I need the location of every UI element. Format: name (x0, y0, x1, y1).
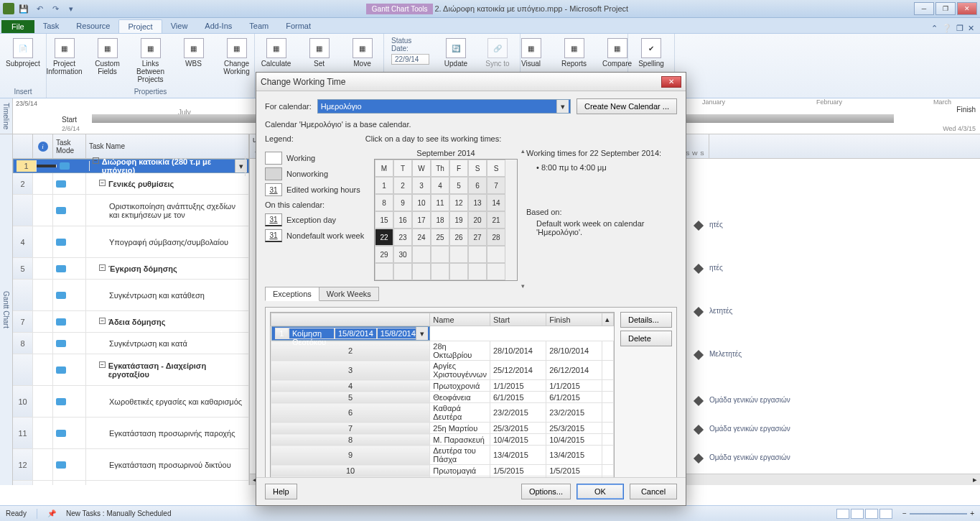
collapse-icon[interactable]: − (99, 180, 106, 186)
calendar-day[interactable] (468, 263, 487, 280)
calendar-day[interactable]: 3 (412, 177, 431, 194)
table-row[interactable]: 10Πρωτομαγιά1/5/20151/5/2015 (271, 465, 614, 476)
calendar-day[interactable]: 30 (393, 246, 412, 263)
calendar-day[interactable] (487, 246, 505, 263)
calendar-day[interactable]: 21 (487, 211, 505, 229)
close-button[interactable]: ✕ (957, 2, 977, 15)
minimize-button[interactable]: ─ (914, 2, 934, 15)
calendar-day[interactable]: 29 (375, 246, 393, 263)
table-row[interactable]: 8Μ. Παρασκευή10/4/201510/4/2015 (271, 434, 614, 446)
calendar-day[interactable]: 12 (449, 194, 468, 211)
gantt-chart-tab[interactable]: Gantt Chart (0, 134, 13, 485)
file-tab[interactable]: File (1, 20, 34, 33)
close-doc-icon[interactable]: ✕ (968, 24, 974, 33)
status-newtasks[interactable]: New Tasks : Manually Scheduled (66, 510, 172, 517)
calendar-day[interactable] (431, 263, 449, 280)
subproject-button[interactable]: 📄Subproject (4, 35, 42, 68)
calendar-day[interactable] (449, 246, 468, 263)
calendar-select[interactable]: Ημερολόγιο (317, 99, 571, 114)
qat-dropdown-icon[interactable]: ▾ (65, 2, 78, 15)
calendar-day[interactable]: 9 (393, 194, 412, 211)
tab-work-weeks[interactable]: Work Weeks (319, 287, 379, 301)
table-row[interactable]: Συγκέντρωση και κατάθεση (13, 280, 249, 311)
help-icon[interactable]: ❔ (942, 24, 952, 33)
status-date-box[interactable]: Status Date: 22/9/14 (388, 35, 432, 66)
calendar-day[interactable] (375, 263, 393, 280)
calendar-day[interactable] (393, 263, 412, 280)
zoom-slider[interactable]: −+ (902, 510, 974, 517)
calendar-day[interactable]: 17 (412, 211, 431, 229)
calendar-day[interactable]: 22 (375, 229, 393, 246)
calendar-day[interactable] (412, 263, 431, 280)
table-row[interactable]: 5−Έγκριση δόμησης (13, 258, 249, 280)
dialog-titlebar[interactable]: Change Working Time ✕ (256, 73, 686, 91)
tab-view[interactable]: View (162, 19, 197, 33)
collapse-icon[interactable]: − (93, 157, 99, 164)
table-row[interactable]: 6Καθαρά Δευτέρα23/2/201523/2/2015 (271, 403, 614, 423)
table-row[interactable]: 12Εγκατάσταση προσωρινού δικτύου (13, 449, 249, 481)
calendar-day[interactable]: 7 (487, 177, 505, 194)
calendar-day[interactable]: 28 (487, 229, 505, 246)
calendar-day[interactable]: 19 (449, 211, 468, 229)
table-row[interactable]: 3Αργίες Χριστουγέννων25/12/201426/12/201… (271, 361, 614, 380)
help-button[interactable]: Help (265, 484, 297, 499)
maximize-button[interactable]: ❐ (935, 2, 956, 15)
table-row[interactable]: 2−Γενικές ρυθμίσεις (13, 173, 249, 195)
calendar-day[interactable]: 1 (375, 177, 393, 194)
calendar-day[interactable]: 24 (412, 229, 431, 246)
calendar-day[interactable]: 4 (431, 177, 449, 194)
table-row[interactable]: 4Πρωτοχρονιά1/1/20151/1/2015 (271, 380, 614, 392)
change-working-button[interactable]: ▦ChangeWorking (218, 35, 256, 75)
table-row[interactable]: 8Συγκέντρωση και κατά (13, 333, 249, 354)
table-row[interactable]: 725η Μαρτίου25/3/201525/3/2015 (271, 423, 614, 434)
exceptions-table[interactable]: Name Start Finish ▴ 1Κοίμηση Θεοτόκου15/… (270, 312, 615, 477)
save-icon[interactable]: 💾 (17, 2, 30, 15)
calendar-day[interactable]: 23 (393, 229, 412, 246)
calendar-day[interactable]: 15 (375, 211, 393, 229)
project-information-button[interactable]: ▦ProjectInformation (46, 35, 83, 75)
calendar-day[interactable] (487, 263, 505, 280)
table-row[interactable]: 1Κοίμηση Θεοτόκου15/8/201415/8/2014 (271, 326, 430, 341)
reports-button[interactable]: ▦Reports (556, 35, 593, 68)
table-row[interactable]: 4Υπογραφή σύμβασης/συμβολαίου (13, 226, 249, 258)
table-row[interactable]: 9Δευτέρα του Πάσχα13/4/201513/4/2015 (271, 446, 614, 465)
calendar-day[interactable] (449, 263, 468, 280)
restore-window-icon[interactable]: ❐ (956, 24, 963, 33)
wbs-button[interactable]: ▦WBS (175, 35, 213, 68)
redo-icon[interactable]: ↷ (49, 2, 62, 15)
dialog-close-button[interactable]: ✕ (661, 76, 681, 88)
calendar-day[interactable]: 2 (393, 177, 412, 194)
collapse-icon[interactable]: − (99, 361, 106, 368)
calculate-button[interactable]: ▦Calculate (258, 35, 295, 68)
table-row[interactable]: 5Θεοφάνεια6/1/20156/1/2015 (271, 392, 614, 403)
tab-task[interactable]: Task (34, 19, 68, 33)
tab-project[interactable]: Project (118, 19, 162, 33)
ribbon-minimize-icon[interactable]: ⌃ (931, 24, 938, 33)
info-column-icon[interactable]: i (38, 142, 48, 152)
calendar-day[interactable]: 14 (487, 194, 505, 211)
set-button[interactable]: ▦Set (301, 35, 338, 68)
view-task-icon[interactable] (851, 509, 864, 519)
tab-add-ins[interactable]: Add-Ins (196, 19, 241, 33)
links-between-projects-button[interactable]: ▦Links BetweenProjects (132, 35, 169, 83)
collapse-icon[interactable]: − (99, 318, 106, 324)
custom-fields-button[interactable]: ▦CustomFields (89, 35, 126, 75)
cal-up-icon[interactable]: ▴ (521, 147, 525, 155)
calendar-day[interactable]: 8 (375, 194, 393, 211)
cancel-button[interactable]: Cancel (630, 484, 677, 499)
mini-calendar[interactable]: ▴ September 2014 MTWThFSS123456789101112… (374, 149, 518, 281)
calendar-day[interactable] (468, 246, 487, 263)
calendar-day[interactable]: 16 (393, 211, 412, 229)
calendar-day[interactable]: 6 (468, 177, 487, 194)
calendar-day[interactable]: 10 (412, 194, 431, 211)
table-row[interactable]: 13−Κατασκευή θεμελίωσης (13, 481, 249, 485)
undo-icon[interactable]: ↶ (33, 2, 46, 15)
calendar-day[interactable]: 5 (449, 177, 468, 194)
calendar-day[interactable]: 11 (431, 194, 449, 211)
spelling-button[interactable]: ✔Spelling (633, 35, 670, 68)
calendar-day[interactable]: 27 (468, 229, 487, 246)
create-calendar-button[interactable]: Create New Calendar ... (577, 98, 677, 114)
details-button[interactable]: Details... (620, 312, 672, 328)
tab-format[interactable]: Format (277, 19, 319, 33)
calendar-day[interactable]: 25 (431, 229, 449, 246)
